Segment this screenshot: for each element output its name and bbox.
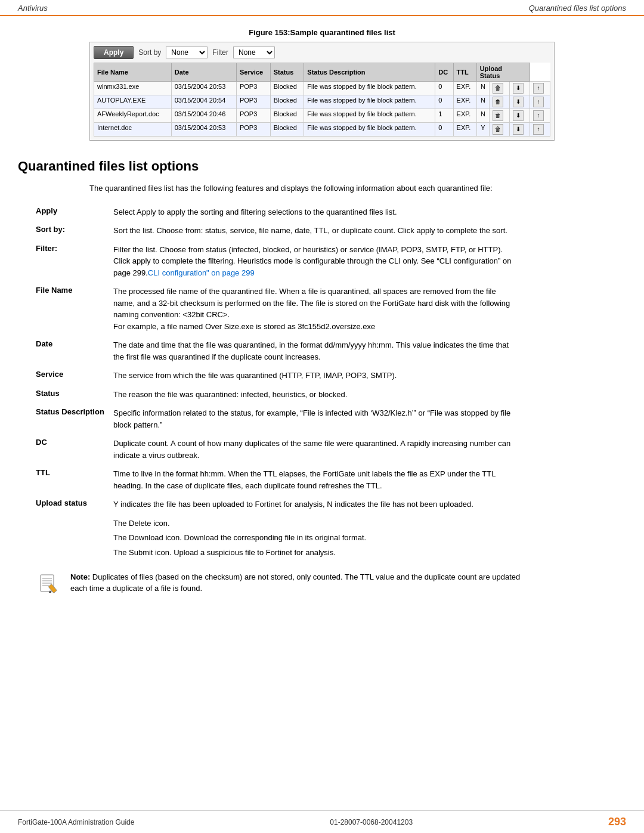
cell-action-download[interactable]: ⬇ xyxy=(510,109,530,123)
section-heading: Quarantined files list options xyxy=(18,159,626,174)
cell-ttl: EXP. xyxy=(453,109,476,123)
delete-icon[interactable]: 🗑 xyxy=(493,110,503,121)
ui-toolbar: Apply Sort by None Filter None xyxy=(94,46,550,59)
cell-filename: winmx331.exe xyxy=(94,82,172,95)
cell-status-desc: File was stopped by file block pattern. xyxy=(304,95,435,109)
def-desc: Time to live in the format hh:mm. When t… xyxy=(113,468,519,491)
cell-action-submit[interactable]: ↑ xyxy=(530,123,550,137)
cell-action-download[interactable]: ⬇ xyxy=(510,95,530,109)
cell-action-delete[interactable]: 🗑 xyxy=(490,95,510,109)
cell-upload: N xyxy=(476,109,489,123)
cell-date: 03/15/2004 20:54 xyxy=(171,95,236,109)
def-desc: Sort the list. Choose from: status, serv… xyxy=(113,225,519,237)
submit-icon[interactable]: ↑ xyxy=(533,110,544,121)
definition-list: ApplySelect Apply to apply the sorting a… xyxy=(36,206,626,510)
cell-action-delete[interactable]: 🗑 xyxy=(490,82,510,95)
table-row: AFWeeklyReport.doc 03/15/2004 20:46 POP3… xyxy=(94,109,550,123)
def-row: StatusThe reason the file was quarantine… xyxy=(36,389,626,401)
cell-status: Blocked xyxy=(270,109,304,123)
delete-icon[interactable]: 🗑 xyxy=(493,124,503,135)
table-header-row: File Name Date Service Status Status Des… xyxy=(94,63,550,82)
ui-panel: Apply Sort by None Filter None File Name… xyxy=(89,42,555,141)
def-term: Date xyxy=(36,339,113,348)
table-row: Internet.doc 03/15/2004 20:53 POP3 Block… xyxy=(94,123,550,137)
note-box: Note: Duplicates of files (based on the … xyxy=(36,571,525,599)
cell-status-desc: File was stopped by file block pattern. xyxy=(304,109,435,123)
def-row: TTLTime to live in the format hh:mm. Whe… xyxy=(36,468,626,491)
table-row: winmx331.exe 03/15/2004 20:53 POP3 Block… xyxy=(94,82,550,95)
apply-button[interactable]: Apply xyxy=(94,46,134,59)
download-icon[interactable]: ⬇ xyxy=(513,124,524,135)
cell-action-delete[interactable]: 🗑 xyxy=(490,109,510,123)
header-right: Quarantined files list options xyxy=(529,4,626,13)
extra-item: The Delete icon. xyxy=(113,518,626,530)
col-filename: File Name xyxy=(94,63,172,82)
def-desc: The processed file name of the quarantin… xyxy=(113,286,519,332)
filter-label: Filter xyxy=(212,48,228,57)
download-icon[interactable]: ⬇ xyxy=(513,83,524,94)
cell-upload: N xyxy=(476,82,489,95)
cell-date: 03/15/2004 20:53 xyxy=(171,123,236,137)
sort-by-select[interactable]: None xyxy=(166,47,208,58)
cell-filename: Internet.doc xyxy=(94,123,172,137)
def-row: Upload statusY indicates the file has be… xyxy=(36,498,626,510)
cli-config-link[interactable]: CLI configuration" on page 299 xyxy=(148,268,255,277)
def-row: Status DescriptionSpecific information r… xyxy=(36,407,626,431)
table-row: AUTOPLAY.EXE 03/15/2004 20:54 POP3 Block… xyxy=(94,95,550,109)
def-row: DateThe date and time that the file was … xyxy=(36,339,626,363)
page-footer: FortiGate-100A Administration Guide 01-2… xyxy=(0,810,644,833)
cell-filename: AUTOPLAY.EXE xyxy=(94,95,172,109)
def-row: ApplySelect Apply to apply the sorting a… xyxy=(36,206,626,218)
cell-action-submit[interactable]: ↑ xyxy=(530,109,550,123)
cell-action-download[interactable]: ⬇ xyxy=(510,123,530,137)
col-status: Status xyxy=(270,63,304,82)
def-desc: The date and time that the file was quar… xyxy=(113,339,519,363)
cell-service: POP3 xyxy=(236,109,270,123)
footer-page: 293 xyxy=(608,816,626,828)
def-term: Upload status xyxy=(36,498,113,507)
sort-by-label: Sort by xyxy=(138,48,161,57)
cell-date: 03/15/2004 20:46 xyxy=(171,109,236,123)
def-term: DC xyxy=(36,438,113,447)
cell-dc: 1 xyxy=(435,109,453,123)
def-term: Apply xyxy=(36,206,113,215)
footer-center: 01-28007-0068-20041203 xyxy=(330,818,413,826)
figure-section: Figure 153:Sample quarantined files list… xyxy=(89,28,555,141)
cell-action-download[interactable]: ⬇ xyxy=(510,82,530,95)
cell-ttl: EXP. xyxy=(453,95,476,109)
note-content: Duplicates of files (based on the checks… xyxy=(70,572,520,593)
def-term: Status Description xyxy=(36,407,113,416)
cell-dc: 0 xyxy=(435,82,453,95)
cell-status-desc: File was stopped by file block pattern. xyxy=(304,123,435,137)
def-desc: Specific information related to the stat… xyxy=(113,407,519,431)
download-icon[interactable]: ⬇ xyxy=(513,110,524,121)
cell-action-submit[interactable]: ↑ xyxy=(530,95,550,109)
filter-select[interactable]: None xyxy=(233,47,275,58)
extra-item: The Download icon. Download the correspo… xyxy=(113,532,626,544)
cell-service: POP3 xyxy=(236,95,270,109)
download-icon[interactable]: ⬇ xyxy=(513,97,524,107)
def-desc: Select Apply to apply the sorting and fi… xyxy=(113,206,519,218)
cell-ttl: EXP. xyxy=(453,123,476,137)
def-desc: Y indicates the file has been uploaded t… xyxy=(113,498,519,510)
note-text: Note: Duplicates of files (based on the … xyxy=(70,571,525,594)
cell-dc: 0 xyxy=(435,123,453,137)
submit-icon[interactable]: ↑ xyxy=(533,83,544,94)
cell-action-submit[interactable]: ↑ xyxy=(530,82,550,95)
note-label: Note: xyxy=(70,572,90,581)
note-icon xyxy=(36,571,62,597)
delete-icon[interactable]: 🗑 xyxy=(493,97,503,107)
quarantine-table: File Name Date Service Status Status Des… xyxy=(94,63,550,137)
col-upload-status: UploadStatus xyxy=(476,63,530,82)
submit-icon[interactable]: ↑ xyxy=(533,124,544,135)
submit-icon[interactable]: ↑ xyxy=(533,97,544,107)
extra-item: The Submit icon. Upload a suspicious fil… xyxy=(113,547,626,559)
extra-items: The Delete icon.The Download icon. Downl… xyxy=(113,518,626,559)
cell-date: 03/15/2004 20:53 xyxy=(171,82,236,95)
cell-dc: 0 xyxy=(435,95,453,109)
delete-icon[interactable]: 🗑 xyxy=(493,83,503,94)
def-term: Filter: xyxy=(36,244,113,253)
note-icon-container xyxy=(36,571,62,599)
cell-action-delete[interactable]: 🗑 xyxy=(490,123,510,137)
cell-status: Blocked xyxy=(270,123,304,137)
